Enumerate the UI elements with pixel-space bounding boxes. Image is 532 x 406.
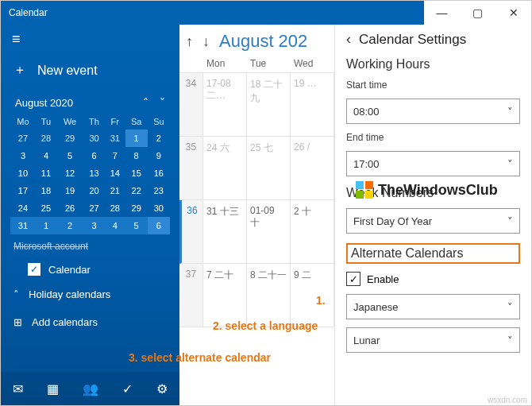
mini-day[interactable]: 30 xyxy=(83,130,105,147)
mini-day[interactable]: 3 xyxy=(10,147,36,164)
people-icon[interactable]: 👥 xyxy=(83,381,98,396)
mini-day[interactable]: 3 xyxy=(83,217,105,234)
mini-day[interactable]: 4 xyxy=(105,217,125,234)
maximize-button[interactable]: ▢ xyxy=(460,1,495,25)
mini-day[interactable]: 25 xyxy=(36,199,56,217)
day-cell[interactable]: 24 六 xyxy=(203,137,247,200)
week-number-current: 36 xyxy=(179,200,203,264)
start-time-select[interactable]: 08:00 ˅ xyxy=(346,99,520,124)
day-cell[interactable]: 25 七 xyxy=(247,137,291,200)
mini-day[interactable]: 18 xyxy=(36,182,56,199)
prev-month-button[interactable]: ↑ xyxy=(186,33,193,50)
mini-day[interactable]: 24 xyxy=(10,199,36,217)
mini-day[interactable]: 16 xyxy=(148,164,170,182)
mini-day[interactable]: 27 xyxy=(83,199,105,217)
mini-day[interactable]: 6 xyxy=(148,217,170,234)
minimize-button[interactable]: — xyxy=(424,1,460,25)
mini-next-month-icon[interactable]: ˅ xyxy=(160,96,165,109)
mini-day[interactable]: 23 xyxy=(148,182,170,199)
holiday-label: Holiday calendars xyxy=(29,288,110,300)
mini-day[interactable]: 17 xyxy=(10,182,36,199)
start-time-value: 08:00 xyxy=(353,106,380,118)
mini-day[interactable]: 12 xyxy=(56,164,83,182)
settings-panel: ‹ Calendar Settings Working Hours Start … xyxy=(334,25,531,405)
day-cell[interactable]: 26 / xyxy=(291,137,334,200)
calendar-checkbox-row[interactable]: ✓ Calendar xyxy=(1,258,179,280)
month-title[interactable]: August 202 xyxy=(219,31,307,52)
mini-day[interactable]: 21 xyxy=(105,182,125,199)
mini-day[interactable]: 14 xyxy=(105,164,125,182)
new-event-button[interactable]: ＋ New event xyxy=(1,54,179,93)
mini-day[interactable]: 15 xyxy=(125,164,148,182)
dow: We xyxy=(56,114,83,130)
mini-day[interactable]: 26 xyxy=(56,199,83,217)
sidebar-bottom-bar: ✉ ▦ 👥 ✓ ⚙ xyxy=(1,372,179,405)
mini-day[interactable]: 11 xyxy=(36,164,56,182)
checkbox-checked-icon[interactable]: ✓ xyxy=(346,272,360,286)
day-cell[interactable]: 9 二 xyxy=(291,264,334,327)
dow-label: Mon xyxy=(203,58,247,69)
mail-icon[interactable]: ✉ xyxy=(13,381,23,396)
week-number: 35 xyxy=(179,137,203,200)
calendar-type-select[interactable]: Lunar ˅ xyxy=(346,327,520,353)
checkbox-checked-icon[interactable]: ✓ xyxy=(28,263,40,276)
mini-day[interactable]: 5 xyxy=(56,147,83,164)
settings-icon[interactable]: ⚙ xyxy=(156,381,168,396)
mini-day[interactable]: 4 xyxy=(36,147,56,164)
mini-day[interactable]: 20 xyxy=(83,182,105,199)
mini-day[interactable]: 2 xyxy=(56,217,83,234)
day-cell[interactable]: 8 二十一 xyxy=(247,264,291,327)
day-cell[interactable]: 7 二十 xyxy=(203,264,247,327)
language-select[interactable]: Japanese ˅ xyxy=(346,294,520,319)
mini-calendar: August 2020 ˄ ˅ Mo Tu We Th Fr Sa Su xyxy=(1,93,179,234)
close-button[interactable]: ✕ xyxy=(495,1,531,25)
enable-checkbox-row[interactable]: ✓ Enable xyxy=(346,272,520,286)
mini-day[interactable]: 31 xyxy=(10,217,36,234)
calendar-icon[interactable]: ▦ xyxy=(47,381,59,396)
mini-day[interactable]: 8 xyxy=(125,147,148,164)
day-cell[interactable]: 01-09 十 xyxy=(247,200,291,264)
day-cell[interactable]: 17-08 二… xyxy=(203,73,247,137)
holiday-calendars-item[interactable]: ˄ Holiday calendars xyxy=(1,280,179,308)
day-cell[interactable]: 18 二十九 xyxy=(247,73,291,137)
mini-day[interactable]: 29 xyxy=(125,199,148,217)
end-time-value: 17:00 xyxy=(353,158,380,170)
mini-day[interactable]: 30 xyxy=(148,199,170,217)
mini-day[interactable]: 31 xyxy=(105,130,125,147)
mini-prev-month-icon[interactable]: ˄ xyxy=(143,96,148,109)
mini-day[interactable]: 29 xyxy=(56,130,83,147)
enable-label: Enable xyxy=(367,273,399,285)
day-cell[interactable]: 2 十 xyxy=(291,200,334,264)
week-numbers-heading: Week Numbers xyxy=(346,186,520,200)
mini-day[interactable]: 27 xyxy=(10,130,36,147)
mini-calendar-title[interactable]: August 2020 xyxy=(15,97,73,109)
day-cell[interactable]: 19 … xyxy=(291,73,334,137)
week-numbers-select[interactable]: First Day Of Year ˅ xyxy=(346,208,520,234)
dow: Su xyxy=(148,114,170,130)
mini-day[interactable]: 1 xyxy=(36,217,56,234)
day-cell[interactable]: 31 十三 xyxy=(203,200,247,264)
end-time-select[interactable]: 17:00 ˅ xyxy=(346,151,520,176)
dow: Tu xyxy=(36,114,56,130)
back-icon[interactable]: ‹ xyxy=(346,31,351,48)
chevron-down-icon: ˅ xyxy=(507,301,513,313)
account-label[interactable]: Microsoft account xyxy=(1,234,179,258)
mini-day[interactable]: 22 xyxy=(125,182,148,199)
mini-day[interactable]: 7 xyxy=(105,147,125,164)
mini-day[interactable]: 13 xyxy=(83,164,105,182)
hamburger-icon[interactable]: ≡ xyxy=(1,25,179,54)
add-calendars-item[interactable]: ⊞ Add calendars xyxy=(1,308,179,336)
mini-day[interactable]: 28 xyxy=(36,130,56,147)
mini-day[interactable]: 9 xyxy=(148,147,170,164)
plus-icon: ＋ xyxy=(13,62,26,79)
mini-day[interactable]: 2 xyxy=(148,130,170,147)
mini-day[interactable]: 10 xyxy=(10,164,36,182)
mini-day[interactable]: 6 xyxy=(83,147,105,164)
todo-icon[interactable]: ✓ xyxy=(122,381,133,396)
app-title: Calendar xyxy=(1,7,48,18)
mini-day[interactable]: 28 xyxy=(105,199,125,217)
mini-day[interactable]: 5 xyxy=(125,217,148,234)
next-month-button[interactable]: ↓ xyxy=(202,33,210,50)
mini-day[interactable]: 19 xyxy=(56,182,83,199)
mini-day[interactable]: 1 xyxy=(125,130,148,147)
